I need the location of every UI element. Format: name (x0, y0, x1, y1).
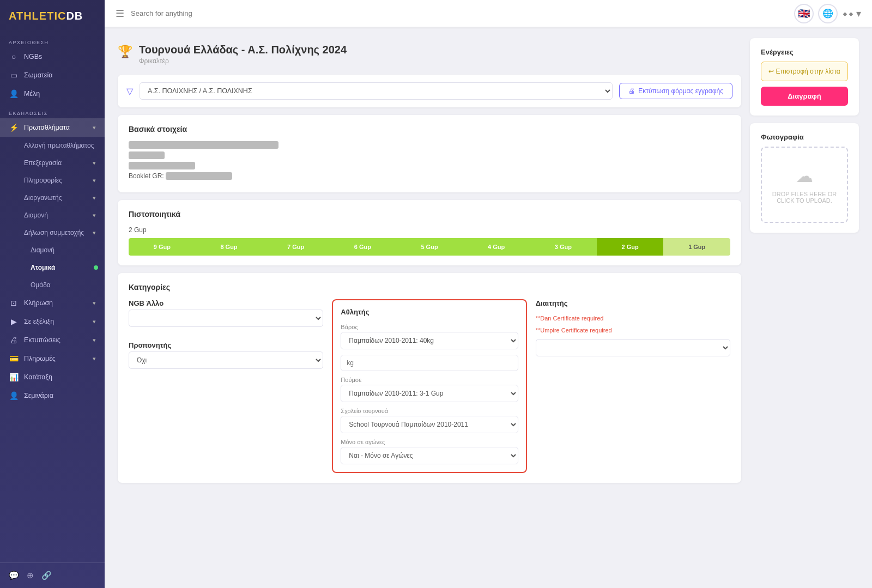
school-select[interactable]: School Τουρνουά Παμπαίδων 2010-2011 (341, 416, 518, 433)
belt-8gup[interactable]: 8 Gup (196, 238, 263, 256)
basic-info-title: Βασικά στοιχεία (129, 125, 730, 134)
sidebar-lottery-label: Κλήρωση (24, 299, 53, 307)
sidebar-sub-change[interactable]: Αλλαγή πρωταθλήματος (0, 137, 105, 154)
sidebar-sub-info[interactable]: Πληροφορίες ▾ (0, 172, 105, 189)
user-menu[interactable]: ⬥⬥ ▾ (842, 8, 861, 20)
belt-2gup[interactable]: 2 Gup (597, 238, 664, 256)
sidebar-item-lottery[interactable]: ⊡ Κλήρωση ▾ (0, 294, 105, 312)
logo-athletic: ATHLETIC (9, 10, 66, 22)
referee-title: Διαιτητής (536, 299, 730, 307)
ngb-title: NGB Άλλο (129, 299, 323, 307)
belt-3gup[interactable]: 3 Gup (530, 238, 597, 256)
active-dot (94, 265, 98, 270)
belt-5gup[interactable]: 5 Gup (396, 238, 463, 256)
basic-info-row4: Booklet GR: ████████ ██████ (129, 172, 730, 180)
sidebar-item-clubs[interactable]: ▭ Σωματεία (0, 66, 105, 84)
minor-select[interactable]: Ναι - Μόνο σε Αγώνες (341, 447, 518, 464)
sidebar-item-members[interactable]: 👤 Μέλη (0, 84, 105, 103)
belt-bar: 9 Gup 8 Gup 7 Gup 6 Gup 5 Gup 4 Gup 3 Gu… (129, 238, 730, 256)
expand-icon: ▾ (93, 124, 96, 131)
content-right: Ενέργειες ↩ Επιστροφή στην λίστα Διαγραφ… (750, 38, 859, 577)
actions-card: Ενέργειες ↩ Επιστροφή στην λίστα Διαγραφ… (750, 38, 859, 116)
belt-4gup[interactable]: 4 Gup (463, 238, 530, 256)
sub-team-label: Ομάδα (31, 281, 51, 289)
booklet-label: Booklet GR: (129, 172, 164, 180)
ngb-coach-section: NGB Άλλο Προπονητής Όχι (129, 299, 323, 473)
coach-select[interactable]: Όχι (129, 351, 323, 369)
sidebar-item-championships[interactable]: ⚡ Πρωταθλήματα ▾ (0, 118, 105, 137)
return-button[interactable]: ↩ Επιστροφή στην λίστα (761, 62, 848, 81)
delete-button[interactable]: Διαγραφή (761, 87, 848, 106)
photo-drop-zone[interactable]: ☁ DROP FILES HERE OR CLICK TO UPLOAD. (761, 147, 848, 223)
sub-stay-label: Διαμονή (24, 211, 48, 219)
poomsae-select[interactable]: Παμπαίδων 2010-2011: 3-1 Gup (341, 385, 518, 402)
sidebar-sub-edit[interactable]: Επεξεργασία ▾ (0, 154, 105, 172)
ngbs-icon: ○ (9, 52, 19, 61)
language-flag[interactable]: 🇬🇧 (794, 4, 814, 23)
globe-icon[interactable]: 🌐 (818, 4, 838, 23)
athlete-section: Αθλητής Βάρος Παμπαίδων 2010-2011: 40kg … (332, 299, 526, 473)
help-icon[interactable]: ⊕ (27, 571, 34, 580)
basic-info-row2: ███ ██ ██ (129, 151, 730, 159)
referee-error2: **Umpire Certificate required (536, 327, 730, 334)
sidebar-prints-label: Εκτυπώσεις (24, 336, 60, 344)
sub-stay-expand: ▾ (93, 212, 96, 219)
belt-6gup[interactable]: 6 Gup (329, 238, 396, 256)
weight-input[interactable] (341, 355, 518, 371)
basic-info-card: Βασικά στοιχεία ████████████ ███████████… (118, 115, 741, 192)
logo-db: DB (66, 10, 83, 22)
categories-grid: NGB Άλλο Προπονητής Όχι (129, 299, 730, 473)
members-icon: 👤 (9, 89, 19, 98)
belt-7gup[interactable]: 7 Gup (262, 238, 329, 256)
search-input[interactable] (131, 9, 788, 17)
topbar-right: 🇬🇧 🌐 ⬥⬥ ▾ (794, 4, 861, 23)
club-filter-select[interactable]: Α.Σ. ΠΟΛΙΧΝΗΣ / Α.Σ. ΠΟΛΙΧΝΗΣ (140, 82, 613, 100)
poomsae-label: Πούμσε (341, 377, 518, 383)
weight-select[interactable]: Παμπαίδων 2010-2011: 40kg (341, 332, 518, 349)
sub-decl-stay-label: Διαμονή (31, 246, 55, 254)
categories-title: Κατηγορίες (129, 283, 730, 292)
user-chevron: ▾ (856, 8, 861, 20)
sidebar-sub-individual[interactable]: Ατομικά (0, 259, 105, 276)
page-icon: 🏆 (118, 45, 132, 59)
actions-title: Ενέργειες (761, 48, 848, 56)
sidebar-item-ngbs[interactable]: ○ NGBs (0, 47, 105, 66)
athlete-title: Αθλητής (341, 308, 518, 316)
menu-icon[interactable]: ☰ (116, 8, 124, 20)
sidebar-item-prints[interactable]: 🖨 Εκτυπώσεις ▾ (0, 331, 105, 349)
sidebar-ngbs-label: NGBs (24, 53, 42, 60)
return-label: ↩ Επιστροφή στην λίστα (768, 68, 840, 75)
sidebar-sub-decl-stay[interactable]: Διαμονή (0, 241, 105, 259)
user-dots: ⬥⬥ (842, 8, 854, 19)
page-header: 🏆 Τουρνουά Ελλάδας - Α.Σ. Πολίχνης 2024 … (118, 38, 741, 67)
ngb-select[interactable] (129, 310, 323, 327)
progress-icon: ▶ (9, 317, 19, 326)
sidebar-item-progress[interactable]: ▶ Σε εξέλιξη ▾ (0, 312, 105, 331)
app-logo: ATHLETICDB (0, 0, 105, 32)
sidebar-bottom: 💬 ⊕ 🔗 (0, 562, 105, 588)
sidebar-sub-team[interactable]: Ομάδα (0, 276, 105, 294)
sub-edit-expand: ▾ (93, 160, 96, 167)
sidebar-sub-declaration[interactable]: Δήλωση συμμετοχής ▾ (0, 224, 105, 241)
referee-select[interactable] (536, 339, 730, 356)
print-button[interactable]: 🖨 Εκτύπωση φόρμας εγγραφής (619, 83, 732, 99)
sub-org-expand: ▾ (93, 195, 96, 202)
prints-icon: 🖨 (9, 336, 19, 344)
sidebar-item-ranking[interactable]: 📊 Κατάταξη (0, 368, 105, 386)
link-icon[interactable]: 🔗 (41, 571, 52, 580)
sub-decl-expand: ▾ (93, 229, 96, 237)
coach-title: Προπονητής (129, 341, 323, 349)
ranking-icon: 📊 (9, 373, 19, 381)
basic-info-row3: ██████ ████████ (129, 162, 730, 169)
sidebar-sub-stay[interactable]: Διαμονή ▾ (0, 207, 105, 224)
referee-error1: **Dan Certificate required (536, 315, 730, 322)
sidebar-item-seminars[interactable]: 👤 Σεμινάρια (0, 386, 105, 405)
sidebar-item-payments[interactable]: 💳 Πληρωμές ▾ (0, 349, 105, 368)
belt-1gup[interactable]: 1 Gup (663, 238, 730, 256)
belt-9gup[interactable]: 9 Gup (129, 238, 196, 256)
sidebar-sub-organizer[interactable]: Διοργανωτής ▾ (0, 189, 105, 207)
blurred-field-1: ████████████ ████████████████████ (129, 141, 278, 149)
photo-card: Φωτογραφία ☁ DROP FILES HERE OR CLICK TO… (750, 123, 859, 233)
chat-icon[interactable]: 💬 (9, 571, 19, 580)
lottery-expand: ▾ (93, 300, 96, 307)
